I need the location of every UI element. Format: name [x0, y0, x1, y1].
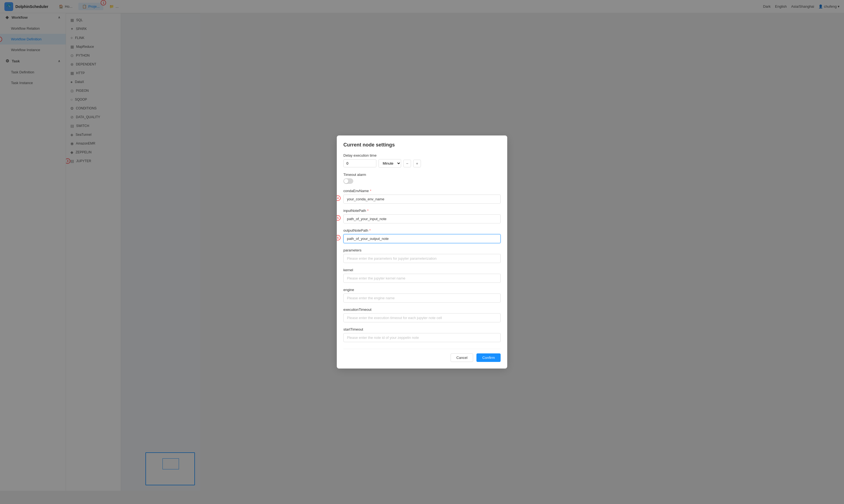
outputNotePath-label: outputNotePath * — [344, 228, 500, 233]
outputNotePath-required: * — [369, 228, 371, 233]
confirm-button[interactable]: Confirm — [476, 354, 500, 362]
delay-plus-button[interactable]: + — [413, 160, 421, 167]
outputNotePath-input[interactable] — [344, 234, 500, 243]
delay-unit-select[interactable]: Minute — [379, 159, 401, 168]
toggle-knob — [344, 179, 348, 183]
inputNotePath-input[interactable] — [344, 214, 500, 223]
timeout-alarm-label: Timeout alarm — [344, 173, 500, 177]
condaEnvName-group: 4 condaEnvName * — [344, 189, 500, 204]
inputNotePath-group: 5 inputNotePath * — [344, 209, 500, 223]
executionTimeout-group: executionTimeout — [344, 307, 500, 322]
inputNotePath-label: inputNotePath * — [344, 209, 500, 213]
current-node-settings-modal: Current node settings Delay execution ti… — [337, 136, 507, 368]
cancel-button[interactable]: Cancel — [451, 354, 473, 362]
delay-execution-group: Delay execution time Minute − + — [344, 154, 500, 168]
kernel-label: kernel — [344, 268, 500, 272]
timeout-alarm-group: Timeout alarm — [344, 173, 500, 184]
modal-footer: Cancel Confirm — [344, 349, 500, 362]
startTimeout-label: startTimeout — [344, 327, 500, 331]
outputNotePath-group: 6 outputNotePath * — [344, 228, 500, 243]
timeout-alarm-toggle[interactable] — [344, 178, 353, 184]
executionTimeout-label: executionTimeout — [344, 307, 500, 312]
kernel-group: kernel — [344, 268, 500, 283]
annotation-4: 4 — [337, 195, 341, 201]
delay-minus-button[interactable]: − — [403, 160, 411, 167]
engine-group: engine — [344, 288, 500, 303]
parameters-group: parameters — [344, 248, 500, 263]
modal-overlay: Current node settings Delay execution ti… — [0, 0, 844, 504]
annotation-5: 5 — [337, 215, 341, 221]
startTimeout-input[interactable] — [344, 333, 500, 342]
delay-row: Minute − + — [344, 159, 500, 168]
inputNotePath-required: * — [367, 209, 368, 213]
parameters-label: parameters — [344, 248, 500, 252]
parameters-input[interactable] — [344, 254, 500, 263]
delay-input[interactable] — [344, 159, 376, 167]
engine-input[interactable] — [344, 293, 500, 303]
condaEnvName-required: * — [370, 189, 371, 193]
startTimeout-group: startTimeout — [344, 327, 500, 342]
condaEnvName-label: condaEnvName * — [344, 189, 500, 193]
condaEnvName-input[interactable] — [344, 195, 500, 204]
kernel-input[interactable] — [344, 274, 500, 283]
annotation-6: 6 — [337, 235, 341, 240]
delay-execution-label: Delay execution time — [344, 154, 500, 158]
modal-title: Current node settings — [344, 142, 500, 148]
executionTimeout-input[interactable] — [344, 313, 500, 322]
engine-label: engine — [344, 288, 500, 292]
